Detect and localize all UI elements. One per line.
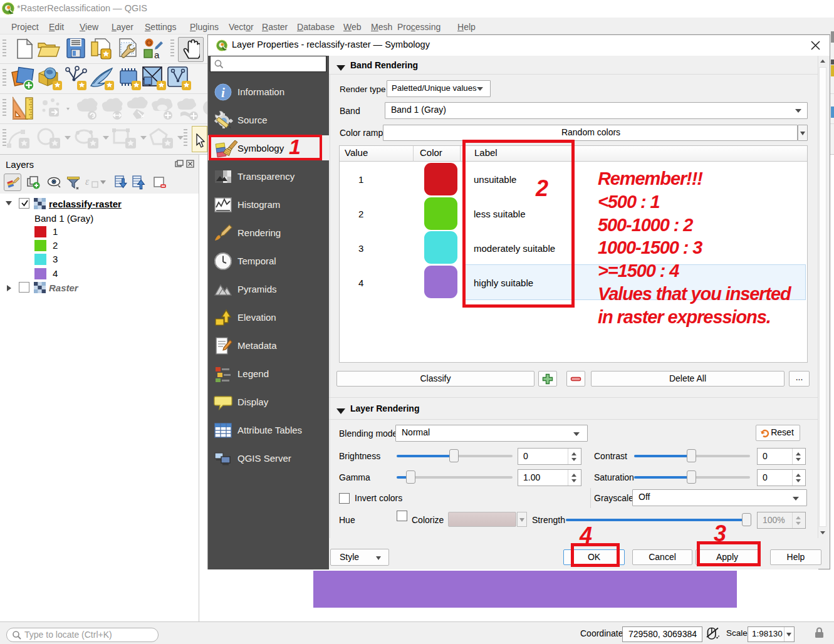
svg-text:ε: ε [85, 176, 90, 187]
svg-text:i: i [221, 85, 225, 100]
svg-text:a: a [154, 49, 160, 60]
